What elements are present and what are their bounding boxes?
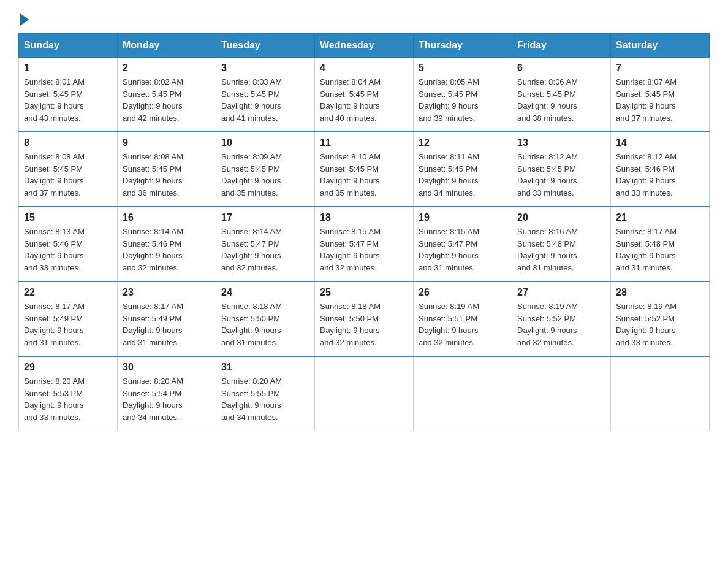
day-info: Sunrise: 8:18 AMSunset: 5:50 PMDaylight:… [320, 301, 408, 348]
column-header-tuesday: Tuesday [216, 34, 315, 58]
day-info: Sunrise: 8:03 AMSunset: 5:45 PMDaylight:… [221, 76, 309, 124]
calendar-cell: 18Sunrise: 8:15 AMSunset: 5:47 PMDayligh… [315, 207, 414, 282]
day-info: Sunrise: 8:11 AMSunset: 5:45 PMDaylight:… [419, 151, 507, 199]
calendar-cell: 14Sunrise: 8:12 AMSunset: 5:46 PMDayligh… [611, 132, 710, 207]
day-number: 27 [517, 287, 605, 298]
calendar-week-row: 22Sunrise: 8:17 AMSunset: 5:49 PMDayligh… [19, 282, 710, 356]
day-number: 11 [320, 137, 408, 148]
calendar-cell: 4Sunrise: 8:04 AMSunset: 5:45 PMDaylight… [315, 58, 414, 132]
day-info: Sunrise: 8:15 AMSunset: 5:47 PMDaylight:… [419, 226, 507, 274]
day-number: 5 [419, 63, 507, 74]
day-number: 20 [517, 212, 605, 223]
day-number: 7 [616, 63, 704, 74]
day-info: Sunrise: 8:12 AMSunset: 5:45 PMDaylight:… [517, 151, 605, 199]
calendar-cell: 19Sunrise: 8:15 AMSunset: 5:47 PMDayligh… [414, 207, 512, 282]
day-number: 10 [221, 137, 309, 148]
calendar-cell: 6Sunrise: 8:06 AMSunset: 5:45 PMDaylight… [512, 58, 611, 132]
day-info: Sunrise: 8:14 AMSunset: 5:46 PMDaylight:… [123, 226, 211, 274]
day-info: Sunrise: 8:19 AMSunset: 5:51 PMDaylight:… [419, 301, 507, 348]
day-info: Sunrise: 8:06 AMSunset: 5:45 PMDaylight:… [517, 76, 605, 124]
calendar-week-row: 8Sunrise: 8:08 AMSunset: 5:45 PMDaylight… [19, 132, 710, 207]
calendar-cell: 8Sunrise: 8:08 AMSunset: 5:45 PMDaylight… [19, 132, 118, 207]
day-number: 19 [419, 212, 507, 223]
day-info: Sunrise: 8:18 AMSunset: 5:50 PMDaylight:… [221, 301, 309, 348]
column-header-saturday: Saturday [611, 34, 710, 58]
calendar-cell: 22Sunrise: 8:17 AMSunset: 5:49 PMDayligh… [19, 282, 118, 356]
calendar-cell: 31Sunrise: 8:20 AMSunset: 5:55 PMDayligh… [216, 356, 315, 431]
day-info: Sunrise: 8:17 AMSunset: 5:48 PMDaylight:… [616, 226, 704, 274]
day-number: 15 [24, 212, 112, 223]
day-info: Sunrise: 8:20 AMSunset: 5:55 PMDaylight:… [221, 375, 309, 423]
calendar-cell: 30Sunrise: 8:20 AMSunset: 5:54 PMDayligh… [118, 356, 216, 431]
page-header [18, 12, 710, 22]
calendar-cell: 26Sunrise: 8:19 AMSunset: 5:51 PMDayligh… [414, 282, 512, 356]
calendar-cell: 27Sunrise: 8:19 AMSunset: 5:52 PMDayligh… [512, 282, 611, 356]
calendar-cell: 10Sunrise: 8:09 AMSunset: 5:45 PMDayligh… [216, 132, 315, 207]
day-number: 25 [320, 287, 408, 298]
day-number: 18 [320, 212, 408, 223]
calendar-cell: 20Sunrise: 8:16 AMSunset: 5:48 PMDayligh… [512, 207, 611, 282]
column-header-sunday: Sunday [19, 34, 118, 58]
calendar-cell: 11Sunrise: 8:10 AMSunset: 5:45 PMDayligh… [315, 132, 414, 207]
day-info: Sunrise: 8:04 AMSunset: 5:45 PMDaylight:… [320, 76, 408, 124]
day-info: Sunrise: 8:19 AMSunset: 5:52 PMDaylight:… [616, 301, 704, 348]
calendar-cell: 15Sunrise: 8:13 AMSunset: 5:46 PMDayligh… [19, 207, 118, 282]
day-number: 9 [123, 137, 211, 148]
calendar-week-row: 29Sunrise: 8:20 AMSunset: 5:53 PMDayligh… [19, 356, 710, 431]
calendar-header-row: SundayMondayTuesdayWednesdayThursdayFrid… [19, 34, 710, 58]
calendar-cell: 7Sunrise: 8:07 AMSunset: 5:45 PMDaylight… [611, 58, 710, 132]
day-number: 29 [24, 362, 112, 373]
calendar-cell: 29Sunrise: 8:20 AMSunset: 5:53 PMDayligh… [19, 356, 118, 431]
day-number: 14 [616, 137, 704, 148]
day-info: Sunrise: 8:05 AMSunset: 5:45 PMDaylight:… [419, 76, 507, 124]
calendar-cell: 12Sunrise: 8:11 AMSunset: 5:45 PMDayligh… [414, 132, 512, 207]
calendar-cell: 24Sunrise: 8:18 AMSunset: 5:50 PMDayligh… [216, 282, 315, 356]
day-info: Sunrise: 8:08 AMSunset: 5:45 PMDaylight:… [123, 151, 211, 199]
day-number: 1 [24, 63, 112, 74]
day-info: Sunrise: 8:01 AMSunset: 5:45 PMDaylight:… [24, 76, 112, 124]
logo [18, 12, 29, 22]
logo-arrow-icon [20, 13, 29, 26]
day-number: 30 [123, 362, 211, 373]
day-number: 23 [123, 287, 211, 298]
day-number: 13 [517, 137, 605, 148]
column-header-wednesday: Wednesday [315, 34, 414, 58]
day-info: Sunrise: 8:08 AMSunset: 5:45 PMDaylight:… [24, 151, 112, 199]
day-info: Sunrise: 8:10 AMSunset: 5:45 PMDaylight:… [320, 151, 408, 199]
day-info: Sunrise: 8:15 AMSunset: 5:47 PMDaylight:… [320, 226, 408, 274]
day-info: Sunrise: 8:09 AMSunset: 5:45 PMDaylight:… [221, 151, 309, 199]
calendar-cell [315, 356, 414, 431]
calendar-cell: 2Sunrise: 8:02 AMSunset: 5:45 PMDaylight… [118, 58, 216, 132]
day-number: 22 [24, 287, 112, 298]
calendar-cell [414, 356, 512, 431]
column-header-friday: Friday [512, 34, 611, 58]
calendar-cell: 16Sunrise: 8:14 AMSunset: 5:46 PMDayligh… [118, 207, 216, 282]
column-header-thursday: Thursday [414, 34, 512, 58]
calendar-cell: 21Sunrise: 8:17 AMSunset: 5:48 PMDayligh… [611, 207, 710, 282]
day-number: 4 [320, 63, 408, 74]
calendar-week-row: 15Sunrise: 8:13 AMSunset: 5:46 PMDayligh… [19, 207, 710, 282]
day-number: 12 [419, 137, 507, 148]
calendar-week-row: 1Sunrise: 8:01 AMSunset: 5:45 PMDaylight… [19, 58, 710, 132]
day-info: Sunrise: 8:14 AMSunset: 5:47 PMDaylight:… [221, 226, 309, 274]
day-info: Sunrise: 8:19 AMSunset: 5:52 PMDaylight:… [517, 301, 605, 348]
calendar-cell: 13Sunrise: 8:12 AMSunset: 5:45 PMDayligh… [512, 132, 611, 207]
day-number: 3 [221, 63, 309, 74]
day-info: Sunrise: 8:02 AMSunset: 5:45 PMDaylight:… [123, 76, 211, 124]
day-number: 24 [221, 287, 309, 298]
column-header-monday: Monday [118, 34, 216, 58]
calendar-cell: 23Sunrise: 8:17 AMSunset: 5:49 PMDayligh… [118, 282, 216, 356]
calendar-cell: 5Sunrise: 8:05 AMSunset: 5:45 PMDaylight… [414, 58, 512, 132]
day-number: 21 [616, 212, 704, 223]
calendar-table: SundayMondayTuesdayWednesdayThursdayFrid… [18, 33, 710, 431]
day-info: Sunrise: 8:20 AMSunset: 5:54 PMDaylight:… [123, 375, 211, 423]
day-info: Sunrise: 8:17 AMSunset: 5:49 PMDaylight:… [123, 301, 211, 348]
day-number: 28 [616, 287, 704, 298]
day-number: 16 [123, 212, 211, 223]
day-info: Sunrise: 8:17 AMSunset: 5:49 PMDaylight:… [24, 301, 112, 348]
day-info: Sunrise: 8:12 AMSunset: 5:46 PMDaylight:… [616, 151, 704, 199]
day-number: 2 [123, 63, 211, 74]
day-number: 8 [24, 137, 112, 148]
calendar-cell [611, 356, 710, 431]
day-info: Sunrise: 8:20 AMSunset: 5:53 PMDaylight:… [24, 375, 112, 423]
